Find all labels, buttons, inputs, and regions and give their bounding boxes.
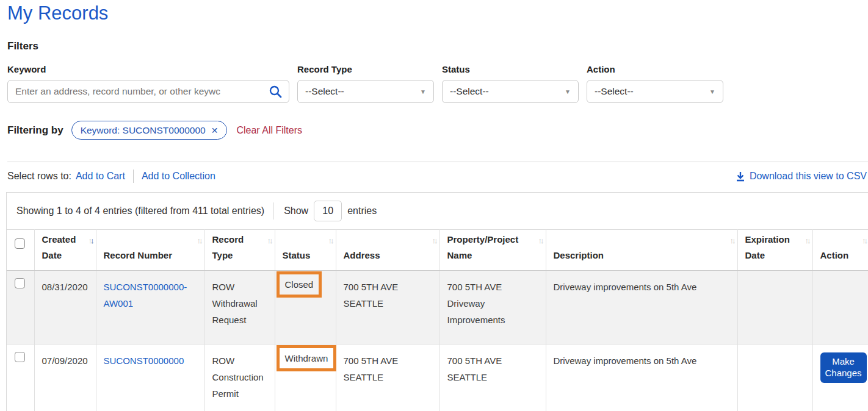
status-label: Status <box>442 64 579 74</box>
sort-icon[interactable]: ↑↓ <box>730 236 734 245</box>
description-cell: Driveway improvements on 5th Ave <box>546 345 737 411</box>
col-header-description[interactable]: Description ↑↓ <box>546 230 737 271</box>
toolbar-separator <box>133 170 134 183</box>
col-label: Address <box>344 248 380 263</box>
status-selected-value: --Select-- <box>450 86 489 97</box>
select-rows-toolbar: Select rows to: Add to Cart Add to Colle… <box>7 170 868 183</box>
download-csv-link[interactable]: Download this view to CSV <box>736 171 867 182</box>
entries-summary: Showing 1 to 4 of 4 entries (filtered fr… <box>16 206 264 216</box>
address-cell: 700 5TH AVE SEATTLE <box>336 271 439 345</box>
status-cell: Closed <box>275 271 336 345</box>
action-cell: Make Changes <box>812 345 868 411</box>
col-header-action[interactable]: Action ↑↓ <box>812 230 868 271</box>
status-value: Closed <box>285 279 314 290</box>
table-summary-bar: Showing 1 to 4 of 4 entries (filtered fr… <box>7 193 868 229</box>
filters-row: Keyword Record Type --Select-- ▼ Status <box>7 64 868 103</box>
search-button[interactable] <box>267 84 283 100</box>
col-header-record-type[interactable]: Record Type ↑↓ <box>204 230 275 271</box>
search-icon <box>268 84 283 99</box>
filtering-by-label: Filtering by <box>7 124 63 137</box>
action-label: Action <box>587 64 723 74</box>
table-header-row: Created Date ↑↓ Record Number ↑↓ Record … <box>7 230 868 271</box>
show-label: Show <box>284 206 308 216</box>
col-label: Description <box>554 248 604 263</box>
section-divider <box>7 162 868 162</box>
record-type-filter-field: Record Type --Select-- ▼ <box>297 64 434 103</box>
expiration-date-cell <box>737 271 812 345</box>
sort-icon[interactable]: ↑↓ <box>538 236 543 245</box>
table-row: 08/31/2020 SUCONST0000000-AW001 ROW With… <box>7 271 868 345</box>
col-label: Expiration Date <box>745 232 797 264</box>
make-changes-button[interactable]: Make Changes <box>820 352 867 383</box>
action-cell <box>812 271 868 345</box>
clear-all-filters-link[interactable]: Clear All Filters <box>236 125 302 136</box>
keyword-label: Keyword <box>7 64 289 74</box>
chevron-down-icon: ▼ <box>709 88 715 95</box>
record-type-select[interactable]: --Select-- ▼ <box>297 80 434 103</box>
action-select[interactable]: --Select-- ▼ <box>587 80 723 103</box>
property-name-cell: 700 5TH AVE SEATTLE <box>439 345 546 411</box>
col-label: Status <box>283 248 311 263</box>
col-header-record-number[interactable]: Record Number ↑↓ <box>96 230 204 271</box>
description-cell: Driveway improvements on 5th Ave <box>546 271 737 345</box>
add-to-collection-link[interactable]: Add to Collection <box>142 171 215 182</box>
status-filter-field: Status --Select-- ▼ <box>442 64 579 103</box>
col-header-expiration-date[interactable]: Expiration Date ↑↓ <box>737 230 812 271</box>
sort-icon[interactable]: ↑↓ <box>805 236 809 245</box>
sort-icon[interactable]: ↑↓ <box>267 236 272 245</box>
col-label: Record Type <box>212 232 259 264</box>
col-header-status[interactable]: Status ↑↓ <box>275 230 336 271</box>
action-filter-field: Action --Select-- ▼ <box>587 64 723 103</box>
records-table: Created Date ↑↓ Record Number ↑↓ Record … <box>7 229 868 411</box>
record-type-label: Record Type <box>297 64 434 74</box>
status-cell: Withdrawn <box>275 345 336 411</box>
record-type-cell: ROW Withdrawal Request <box>204 271 275 345</box>
select-rows-label: Select rows to: <box>7 171 71 182</box>
status-highlight-box: Closed <box>277 271 322 298</box>
record-type-cell: ROW Construction Permit <box>204 345 275 411</box>
chevron-down-icon: ▼ <box>420 88 426 95</box>
record-type-selected-value: --Select-- <box>305 86 344 97</box>
keyword-filter-chip[interactable]: Keyword: SUCONST0000000 ✕ <box>71 121 228 140</box>
entries-label: entries <box>347 206 377 216</box>
row-select-cell <box>7 345 34 411</box>
created-date-cell: 07/09/2020 <box>34 345 96 411</box>
keyword-search-input[interactable] <box>7 80 289 103</box>
status-select[interactable]: --Select-- ▼ <box>442 80 579 103</box>
chevron-down-icon: ▼ <box>565 88 571 95</box>
col-header-created-date[interactable]: Created Date ↑↓ <box>34 230 96 271</box>
sort-icon[interactable]: ↑↓ <box>197 236 201 245</box>
page-size-select[interactable]: 10 <box>314 201 342 221</box>
row-checkbox[interactable] <box>15 352 25 362</box>
record-number-link[interactable]: SUCONST0000000 <box>104 356 184 366</box>
action-selected-value: --Select-- <box>595 86 634 97</box>
col-header-address[interactable]: Address ↑↓ <box>336 230 439 271</box>
chip-close-icon[interactable]: ✕ <box>211 126 219 135</box>
col-label: Action <box>820 248 849 263</box>
filters-heading: Filters <box>7 40 868 52</box>
sort-icon[interactable]: ↑↓ <box>328 236 333 245</box>
select-all-checkbox[interactable] <box>15 238 25 249</box>
row-select-cell <box>7 271 34 345</box>
status-highlight-box: Withdrawn <box>277 345 337 371</box>
select-all-header-cell <box>7 230 34 271</box>
created-date-cell: 08/31/2020 <box>34 271 96 345</box>
page-title: My Records <box>7 0 868 24</box>
table-row: 07/09/2020 SUCONST0000000 ROW Constructi… <box>7 345 868 411</box>
download-csv-label: Download this view to CSV <box>750 171 867 182</box>
property-name-cell: 700 5TH AVE Driveway Improvements <box>439 271 546 345</box>
sort-icon[interactable]: ↑↓ <box>862 236 866 245</box>
keyword-filter-field: Keyword <box>7 64 289 103</box>
record-number-cell: SUCONST0000000-AW001 <box>96 271 204 345</box>
sort-icon[interactable]: ↑↓ <box>432 236 436 245</box>
sort-icon[interactable]: ↑↓ <box>89 236 93 245</box>
address-cell: 700 5TH AVE SEATTLE <box>336 345 439 411</box>
record-number-cell: SUCONST0000000 <box>96 345 204 411</box>
add-to-cart-link[interactable]: Add to Cart <box>76 171 125 182</box>
summary-separator <box>273 202 273 220</box>
record-number-link[interactable]: SUCONST0000000-AW001 <box>104 282 187 309</box>
row-checkbox[interactable] <box>15 278 25 288</box>
col-header-property-project-name[interactable]: Property/Project Name ↑↓ <box>439 230 546 271</box>
records-table-panel: Showing 1 to 4 of 4 entries (filtered fr… <box>6 192 868 411</box>
filtering-by-row: Filtering by Keyword: SUCONST0000000 ✕ C… <box>7 121 868 140</box>
